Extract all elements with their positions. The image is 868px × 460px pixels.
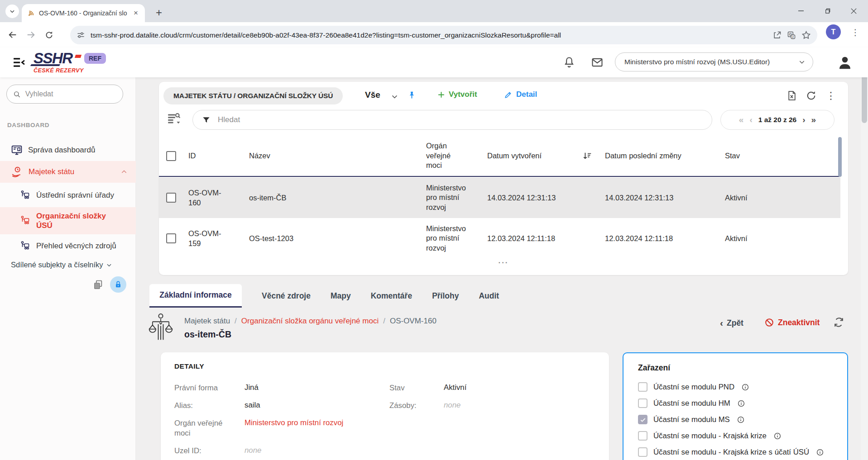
translate-icon[interactable]: Gž — [787, 31, 796, 40]
row-checkbox[interactable] — [166, 193, 188, 203]
tab-search-button[interactable] — [5, 5, 19, 18]
checkbox-unchecked[interactable] — [638, 382, 647, 392]
context-role-value: Ministerstvo pro místní rozvoj (MS.USU.E… — [624, 58, 794, 66]
sync-record-button[interactable] — [833, 317, 844, 328]
module-pnd-checkbox-row[interactable]: Účastní se modulu PND — [638, 382, 749, 392]
more-rows-indicator[interactable]: ... — [159, 256, 848, 266]
info-icon[interactable] — [773, 432, 782, 440]
listing-search[interactable] — [192, 110, 712, 130]
sidebar-item-prehled-vecnych-zdroju[interactable]: Přehled věcných zdrojů — [0, 235, 136, 257]
details-heading: DETAILY — [174, 362, 204, 370]
share-icon[interactable] — [772, 31, 782, 40]
column-header-organ[interactable]: Orgán veřejné moci — [426, 141, 487, 170]
browser-profile-avatar[interactable]: T — [826, 24, 841, 39]
sidebar-collapse-button[interactable] — [11, 54, 27, 71]
sidebar-item-organizacni-slozky-usu[interactable]: Organizační složky ÚSÚ — [0, 207, 136, 234]
tab-mapy[interactable]: Mapy — [331, 291, 351, 301]
listing-menu-button[interactable]: ⋮ — [826, 90, 836, 102]
block-icon — [764, 318, 774, 327]
window-restore-button[interactable] — [820, 4, 835, 18]
detail-button[interactable]: Detail — [504, 90, 537, 99]
create-button[interactable]: Vytvořit — [437, 90, 477, 99]
pagination-last-button[interactable]: » — [811, 115, 816, 125]
row-checkbox[interactable] — [166, 233, 188, 243]
breadcrumb-separator: / — [235, 317, 237, 326]
pagination-next-button[interactable]: › — [802, 115, 805, 125]
pin-view-button[interactable] — [407, 90, 417, 100]
lock-button[interactable] — [110, 276, 126, 293]
table-row[interactable]: OS-OVM-160 os-item-ČB Ministerstvo pro m… — [159, 177, 840, 218]
breadcrumb-organizacni-slozka[interactable]: Organizační složka orgánu veřejné moci — [241, 317, 379, 326]
column-header-datum-vytvoreni[interactable]: Datum vytvoření — [487, 151, 605, 161]
module-ms-checkbox-row[interactable]: Účastní se modulu MS — [638, 415, 745, 424]
sidebar-search[interactable] — [6, 85, 123, 104]
listing-search-input[interactable] — [218, 115, 703, 124]
window-close-button[interactable] — [846, 4, 861, 18]
table-row[interactable]: OS-OVM-159 OS-test-1203 Ministerstvo pro… — [159, 218, 840, 259]
info-icon[interactable] — [816, 448, 824, 456]
browser-tab[interactable]: OS-OVM-160 - Organizační slo × — [22, 4, 145, 22]
pagination-first-button[interactable]: « — [739, 115, 744, 125]
checkbox-unchecked[interactable] — [638, 431, 647, 441]
view-filter-select[interactable]: Vše — [365, 90, 380, 100]
node-id-value: none — [245, 446, 261, 455]
info-icon[interactable] — [737, 416, 745, 424]
context-role-select[interactable]: Ministerstvo pro místní rozvoj (MS.USU.E… — [615, 52, 813, 71]
window-minimize-button[interactable] — [793, 4, 809, 18]
module-hm-checkbox-row[interactable]: Účastní se modulu HM — [638, 398, 745, 408]
breadcrumb-record-id: OS-OVM-160 — [390, 317, 436, 326]
messages-button[interactable] — [591, 56, 604, 70]
sidebar-shared-subjects-link[interactable]: Sdílené subjekty a číselníky — [11, 261, 112, 269]
back-chevron-icon: ‹ — [720, 318, 723, 328]
breadcrumb-majetek-statu[interactable]: Majetek státu — [184, 317, 230, 326]
detail-label: Detail — [516, 90, 537, 99]
select-all-checkbox[interactable] — [166, 151, 188, 161]
checkbox-checked[interactable] — [638, 415, 647, 424]
view-filter-chevron[interactable] — [391, 93, 398, 100]
export-excel-button[interactable] — [786, 90, 797, 101]
browser-menu-button[interactable]: ⋮ — [849, 25, 862, 39]
reload-button[interactable] — [40, 26, 58, 44]
tab-zakladni-informace[interactable]: Základní informace — [149, 284, 242, 308]
info-icon[interactable] — [741, 383, 749, 391]
info-icon[interactable] — [737, 399, 745, 408]
module-krajska-krize-checkbox-row[interactable]: Účastní se modulu - Krajská krize — [638, 431, 782, 441]
back-to-list-button[interactable]: ‹ Zpět — [720, 318, 743, 328]
sidebar-item-majetek-statu[interactable]: Majetek státu — [0, 161, 136, 183]
bookmark-star-icon[interactable] — [801, 30, 811, 40]
app-logo[interactable]: SSHR ČESKÉ REZERVY — [34, 51, 84, 74]
tab-prilohy[interactable]: Přílohy — [432, 291, 459, 301]
column-header-stav[interactable]: Stav — [725, 152, 840, 160]
deactivate-button[interactable]: Zneaktivnit — [764, 318, 820, 327]
column-header-nazev[interactable]: Název — [249, 152, 426, 160]
checkbox-unchecked[interactable] — [638, 398, 647, 408]
column-header-datum-posledni-zmeny[interactable]: Datum poslední změny — [605, 152, 725, 160]
forward-button[interactable] — [22, 26, 40, 44]
state-property-icon — [11, 166, 23, 178]
copy-icon[interactable] — [92, 279, 104, 290]
module-pnd-label: Účastní se modulu PND — [653, 383, 734, 392]
tab-komentare[interactable]: Komentáře — [371, 291, 412, 301]
listing-card: MAJETEK STÁTU / ORGANIZAČNÍ SLOŽKY ÚSÚ V… — [159, 82, 848, 275]
tab-audit[interactable]: Audit — [479, 291, 499, 301]
sidebar-item-sprava-dashboardu[interactable]: Správa dashboardů — [0, 139, 136, 161]
user-avatar[interactable] — [837, 54, 853, 71]
authority-link[interactable]: Ministerstvo pro místní rozvoj — [245, 418, 343, 427]
refresh-button[interactable] — [806, 90, 817, 101]
module-krajska-krize-usu-checkbox-row[interactable]: Účastní se modulu - Krajská krize s účat… — [638, 447, 824, 457]
chevron-up-icon — [120, 168, 128, 175]
sidebar-item-ustredni-spravni-urady[interactable]: Ústřední správní úřady — [0, 185, 136, 206]
address-bar[interactable]: tsm-sshr-prod.datalite.cloud/crm/custome… — [70, 26, 817, 44]
saved-filters-button[interactable] — [166, 112, 182, 127]
table-scrollbar-thumb[interactable] — [838, 137, 842, 177]
sort-descending-icon[interactable] — [582, 151, 592, 161]
back-button[interactable] — [4, 26, 22, 44]
new-tab-button[interactable]: + — [152, 6, 166, 19]
sidebar-search-input[interactable] — [25, 90, 116, 98]
tab-vecne-zdroje[interactable]: Věcné zdroje — [262, 291, 311, 301]
notifications-button[interactable] — [563, 56, 576, 70]
pagination-prev-button[interactable]: ‹ — [749, 115, 752, 125]
tab-close-icon[interactable]: × — [132, 9, 139, 18]
column-header-id[interactable]: ID — [188, 152, 249, 160]
checkbox-unchecked[interactable] — [638, 447, 647, 457]
